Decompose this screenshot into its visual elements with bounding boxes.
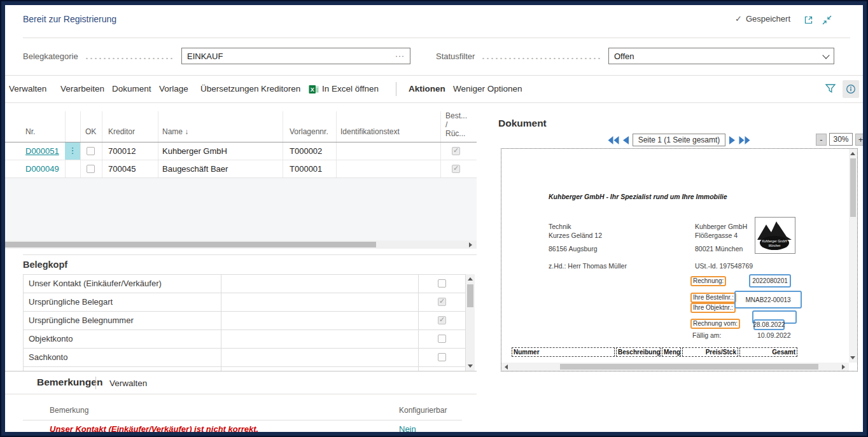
- column-header-best-line1: Best...: [445, 111, 467, 120]
- scroll-down-icon[interactable]: [850, 356, 855, 359]
- toolbar-verarbeiten[interactable]: Verarbeiten: [60, 76, 104, 102]
- invoice-value-rechnungsdatum[interactable]: 28.08.2022: [753, 319, 785, 330]
- scrollbar-thumb[interactable]: [5, 242, 376, 247]
- popout-icon[interactable]: [803, 15, 814, 28]
- svg-text:München: München: [769, 244, 781, 247]
- scroll-down-icon[interactable]: [468, 364, 473, 368]
- toolbar-weniger-optionen[interactable]: Weniger Optionen: [453, 76, 522, 102]
- sort-desc-icon: ↓: [185, 127, 188, 136]
- column-header-best-line2: /: [445, 120, 467, 129]
- table-row[interactable]: D000051 ⋮ 700012 Kuhberger GmbH T000002: [5, 142, 477, 160]
- scrollbar-thumb[interactable]: [850, 158, 856, 217]
- divider: [23, 254, 477, 255]
- ok-checkbox[interactable]: [87, 147, 95, 155]
- zoom-in-button[interactable]: +: [855, 134, 866, 146]
- preview-vertical-scrollbar[interactable]: [849, 149, 857, 363]
- belegkopf-row-label: Objektkonto: [29, 330, 73, 348]
- column-header-nr[interactable]: Nr.: [25, 127, 35, 136]
- page-indicator: Seite 1 (1 Seite gesamt): [633, 134, 726, 146]
- invoice-value-rechnungsnr[interactable]: 2022080201: [749, 274, 791, 288]
- lookup-ellipsis-icon[interactable]: ···: [395, 52, 405, 60]
- toolbar-vorlage[interactable]: Vorlage: [159, 76, 188, 102]
- belegkopf-checkbox[interactable]: [438, 316, 446, 324]
- invoice-sender-line: Flößergasse 4: [695, 232, 738, 239]
- collapse-icon[interactable]: [822, 15, 832, 28]
- grid-horizontal-scrollbar[interactable]: [5, 240, 477, 249]
- toolbar-uebersetzungen[interactable]: Übersetzungen: [200, 76, 259, 102]
- scroll-right-icon[interactable]: [842, 364, 845, 370]
- next-page-icon[interactable]: [729, 135, 736, 145]
- ok-checkbox[interactable]: [87, 165, 95, 173]
- invoice-col-nummer: Nummer: [512, 347, 615, 357]
- row-menu-icon[interactable]: ⋮: [65, 142, 80, 160]
- invoice-col-menge: Menge: [662, 347, 681, 357]
- belegkopf-row-label: Unser Kontakt (Einkäufer/Verkäufer): [29, 275, 162, 293]
- belegkopf-row-label: Ursprüngliche Belegnummer: [29, 312, 134, 329]
- invoice-sender-line: Kuhberger GmbH: [695, 223, 747, 230]
- toolbar-aktionen[interactable]: Aktionen: [409, 76, 445, 102]
- belegkopf-row[interactable]: Unser Kontakt (Einkäufer/Verkäufer): [24, 275, 465, 293]
- toolbar-kreditoren[interactable]: Kreditoren: [261, 76, 300, 102]
- column-header-bemerkung[interactable]: Bemerkung: [50, 406, 88, 415]
- first-page-icon[interactable]: [608, 135, 619, 145]
- belegkopf-row-label: Ursprüngliche Belegart: [29, 293, 113, 311]
- scrollbar-thumb[interactable]: [467, 284, 473, 307]
- bemerkungen-verwalten-menu[interactable]: Verwalten: [109, 378, 147, 388]
- best-rueck-checkbox[interactable]: [452, 165, 460, 173]
- svg-text:X: X: [311, 87, 314, 93]
- column-header-konfigurierbar[interactable]: Konfigurierbar: [399, 406, 447, 415]
- toolbar-verwalten[interactable]: Verwalten: [9, 76, 46, 102]
- column-header-identifikationstext[interactable]: Identifikationstext: [340, 127, 400, 136]
- prev-page-icon[interactable]: [622, 135, 629, 145]
- dotted-leader: [481, 58, 602, 59]
- document-panel-title: Dokument: [498, 118, 547, 129]
- table-row[interactable]: D000049 700045 Baugeschäft Baer T000001: [5, 160, 477, 178]
- info-icon: [846, 84, 856, 94]
- column-header-best-rueck[interactable]: Best... / Rüc...: [445, 111, 467, 138]
- invoice-value-bestellnr[interactable]: MNAB22-00013: [734, 291, 802, 309]
- scroll-up-icon[interactable]: [468, 277, 473, 281]
- category-input[interactable]: EINKAUF ···: [181, 48, 410, 64]
- toolbar-dokument[interactable]: Dokument: [112, 76, 151, 102]
- open-in-excel-button[interactable]: X In Excel öffnen: [309, 76, 379, 102]
- belegkopf-checkbox[interactable]: [438, 335, 446, 343]
- bemerkung-konfigurierbar-value[interactable]: Nein: [399, 424, 416, 433]
- status-select[interactable]: Offen: [608, 48, 834, 64]
- invoice-label-objektnr[interactable]: Ihre Objektnr.:: [690, 303, 736, 313]
- belegkopf-row[interactable]: Ursprüngliche Belegnummer: [24, 312, 465, 330]
- invoice-label-faellig-am: Fällig am:: [692, 331, 722, 339]
- document-preview: Kuhberger GmbH - Ihr Spezialist rund um …: [501, 148, 858, 371]
- belegkopf-checkbox[interactable]: [438, 279, 446, 288]
- belegkopf-checkbox[interactable]: [438, 298, 446, 306]
- scroll-right-icon[interactable]: [469, 242, 472, 247]
- page-title: Bereit zur Registrierung: [23, 14, 116, 24]
- row-nr-link[interactable]: D000051: [25, 142, 59, 160]
- scroll-up-icon[interactable]: [850, 152, 855, 155]
- belegkopf-row[interactable]: Sachkonto: [24, 349, 465, 367]
- excel-icon: X: [309, 85, 319, 94]
- belegkopf-row[interactable]: Objektkonto: [24, 330, 465, 349]
- category-value: EINKAUF: [187, 52, 395, 61]
- scrollbar-thumb[interactable]: [560, 364, 818, 370]
- info-pane-toggle[interactable]: [843, 80, 859, 98]
- column-header-ok[interactable]: OK: [85, 127, 96, 136]
- column-header-name[interactable]: Name ↓: [162, 127, 188, 136]
- column-header-vorlagennr[interactable]: Vorlagennr.: [290, 127, 328, 136]
- preview-horizontal-scrollbar[interactable]: [501, 363, 849, 371]
- invoice-label-bestellnr[interactable]: Ihre Bestellnr.:: [690, 293, 736, 303]
- row-kreditor: 700012: [108, 142, 136, 160]
- best-rueck-checkbox[interactable]: [452, 147, 460, 155]
- invoice-label-rechnung[interactable]: Rechnung:: [690, 276, 726, 286]
- row-nr-link[interactable]: D000049: [25, 160, 59, 178]
- belegkopf-vertical-scrollbar[interactable]: [466, 274, 475, 371]
- divider: [23, 420, 462, 420]
- column-header-kreditor[interactable]: Kreditor: [108, 127, 135, 136]
- zoom-out-button[interactable]: -: [816, 134, 827, 146]
- invoice-table-header: Nummer Beschreibung Menge Preis/Stck Ges…: [512, 347, 798, 357]
- last-page-icon[interactable]: [739, 135, 750, 145]
- filter-icon[interactable]: [825, 83, 836, 96]
- belegkopf-row[interactable]: Ursprüngliche Belegart: [24, 293, 465, 312]
- belegkopf-checkbox[interactable]: [438, 353, 446, 361]
- invoice-label-rechnung-vom[interactable]: Rechnung vom:: [690, 319, 740, 329]
- scroll-left-icon[interactable]: [505, 364, 508, 370]
